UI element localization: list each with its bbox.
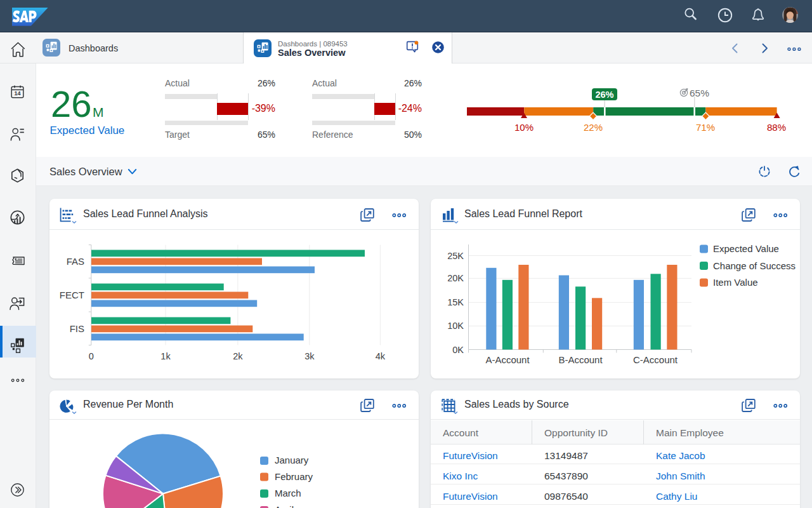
svg-text:10%: 10%	[514, 122, 534, 133]
svg-text:FAS: FAS	[67, 256, 84, 267]
svg-text:Item Value: Item Value	[713, 277, 758, 288]
svg-text:25K: 25K	[447, 251, 464, 261]
svg-text:1k: 1k	[160, 351, 171, 361]
svg-text:A-Account: A-Account	[485, 354, 530, 365]
svg-text:71%: 71%	[696, 122, 715, 133]
svg-text:Expected Value: Expected Value	[713, 243, 779, 254]
svg-text:February: February	[275, 471, 313, 482]
svg-text:65%: 65%	[690, 88, 709, 98]
svg-text:14: 14	[14, 90, 20, 97]
svg-text:88%: 88%	[767, 122, 786, 133]
svg-text:0K: 0K	[452, 345, 464, 355]
svg-text:March: March	[275, 488, 301, 498]
svg-text:20K: 20K	[447, 273, 464, 283]
svg-text:Change of Success: Change of Success	[713, 260, 796, 271]
svg-text:10K: 10K	[447, 321, 464, 331]
svg-text:January: January	[275, 455, 309, 465]
svg-text:FECT: FECT	[60, 290, 84, 300]
svg-text:2k: 2k	[233, 351, 243, 361]
svg-text:April: April	[275, 504, 294, 508]
svg-text:0: 0	[89, 351, 94, 361]
svg-text:3k: 3k	[304, 351, 315, 361]
svg-text:22%: 22%	[584, 122, 603, 133]
svg-text:B-Account: B-Account	[558, 354, 603, 365]
svg-text:FIS: FIS	[70, 323, 84, 334]
svg-text:C-Account: C-Account	[633, 354, 678, 365]
svg-text:4k: 4k	[376, 351, 386, 361]
svg-text:15K: 15K	[447, 297, 464, 307]
svg-text:26%: 26%	[595, 90, 613, 100]
